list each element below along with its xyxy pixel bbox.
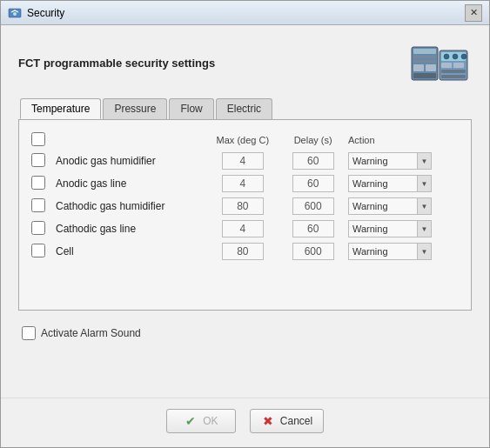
dropdown-arrow-4[interactable]: ▼	[418, 243, 432, 260]
tab-electric[interactable]: Electric	[216, 98, 272, 119]
max-input-1[interactable]	[222, 175, 264, 192]
window-icon	[8, 6, 22, 20]
dropdown-arrow-0[interactable]: ▼	[418, 152, 432, 170]
svg-rect-7	[426, 64, 436, 71]
svg-point-16	[453, 54, 458, 59]
page-title: FCT programmable security settings	[18, 57, 215, 70]
tab-temperature[interactable]: Temperature	[20, 98, 101, 119]
alarm-sound-label: Activate Alarm Sound	[41, 327, 141, 339]
table-row: Cathodic gas humidifier WarningAlarmShut…	[28, 195, 462, 217]
ok-icon: ✔	[184, 414, 198, 428]
alarm-sound-checkbox[interactable]	[22, 326, 36, 340]
delay-input-2[interactable]	[292, 197, 334, 215]
tabs-container: Temperature Pressure Flow Electric Max (…	[18, 98, 472, 311]
delay-input-4[interactable]	[292, 243, 334, 260]
title-bar: Security ✕	[1, 1, 489, 25]
max-input-3[interactable]	[222, 220, 264, 237]
delay-input-0[interactable]	[292, 152, 334, 170]
max-input-2[interactable]	[222, 197, 264, 215]
header-section: FCT programmable security settings	[18, 39, 472, 86]
row-label-3: Cathodic gas line	[52, 223, 136, 235]
settings-table: Max (deg C) Delay (s) Action Anodic gas …	[28, 130, 462, 263]
table-row: Cell WarningAlarmShutdown ▼	[28, 240, 462, 263]
action-wrapper-1: WarningAlarmShutdown ▼	[348, 175, 459, 192]
row-label-4: Cell	[52, 245, 74, 257]
action-select-0[interactable]: WarningAlarmShutdown	[348, 152, 418, 170]
svg-rect-4	[413, 56, 436, 58]
action-wrapper-4: WarningAlarmShutdown ▼	[348, 243, 459, 260]
delay-input-3[interactable]	[292, 220, 334, 237]
cancel-label: Cancel	[280, 415, 312, 427]
col-header-check	[28, 130, 49, 150]
security-window: Security ✕ FCT programmable security set…	[0, 0, 490, 448]
row-label-0: Anodic gas humidifier	[52, 155, 156, 167]
ok-button[interactable]: ✔ OK	[166, 409, 236, 433]
bottom-section: Activate Alarm Sound	[18, 321, 472, 345]
dropdown-arrow-1[interactable]: ▼	[418, 175, 432, 192]
svg-rect-12	[453, 63, 464, 68]
cancel-icon: ✖	[261, 414, 275, 428]
select-all-checkbox[interactable]	[31, 132, 45, 146]
svg-rect-14	[441, 75, 466, 78]
table-row: Anodic gas line WarningAlarmShutdown ▼	[28, 172, 462, 195]
main-content: FCT programmable security settings	[1, 25, 489, 398]
col-header-max: Max (deg C)	[204, 130, 281, 150]
delay-input-1[interactable]	[292, 175, 334, 192]
device-image	[409, 39, 472, 86]
svg-point-1	[13, 12, 17, 16]
col-header-label	[49, 130, 204, 150]
table-row: Cathodic gas line WarningAlarmShutdown ▼	[28, 217, 462, 240]
row-checkbox-2[interactable]	[31, 198, 45, 212]
svg-rect-5	[413, 60, 436, 63]
action-select-4[interactable]: WarningAlarmShutdown	[348, 243, 418, 260]
max-input-4[interactable]	[222, 243, 264, 260]
action-wrapper-3: WarningAlarmShutdown ▼	[348, 220, 459, 237]
row-label-2: Cathodic gas humidifier	[52, 200, 164, 212]
svg-point-15	[444, 54, 449, 59]
tab-flow[interactable]: Flow	[169, 98, 213, 119]
footer: ✔ OK ✖ Cancel	[1, 398, 489, 447]
svg-rect-6	[413, 64, 424, 71]
dropdown-arrow-2[interactable]: ▼	[418, 197, 432, 215]
row-checkbox-0[interactable]	[31, 153, 45, 167]
tab-pressure[interactable]: Pressure	[103, 98, 167, 119]
row-label-1: Anodic gas line	[52, 177, 126, 190]
action-wrapper-0: WarningAlarmShutdown ▼	[348, 152, 459, 170]
col-header-action: Action	[345, 130, 462, 150]
close-button[interactable]: ✕	[465, 4, 482, 22]
row-checkbox-4[interactable]	[31, 244, 45, 257]
svg-rect-3	[413, 49, 436, 54]
svg-rect-11	[441, 63, 452, 68]
ok-label: OK	[203, 415, 218, 427]
action-wrapper-2: WarningAlarmShutdown ▼	[348, 197, 459, 215]
max-input-0[interactable]	[222, 152, 264, 170]
svg-rect-8	[413, 73, 436, 78]
row-checkbox-3[interactable]	[31, 221, 45, 235]
window-title: Security	[27, 7, 465, 19]
dropdown-arrow-3[interactable]: ▼	[418, 220, 432, 237]
svg-point-17	[461, 54, 467, 59]
table-row: Anodic gas humidifier WarningAlarmShutdo…	[28, 150, 462, 172]
col-header-delay: Delay (s)	[281, 130, 345, 150]
cancel-button[interactable]: ✖ Cancel	[250, 409, 324, 433]
tab-row: Temperature Pressure Flow Electric	[18, 98, 472, 119]
svg-rect-13	[441, 70, 466, 73]
action-select-1[interactable]: WarningAlarmShutdown	[348, 175, 418, 192]
action-select-2[interactable]: WarningAlarmShutdown	[348, 197, 418, 215]
tab-panel-temperature: Max (deg C) Delay (s) Action Anodic gas …	[18, 119, 472, 311]
action-select-3[interactable]: WarningAlarmShutdown	[348, 220, 418, 237]
row-checkbox-1[interactable]	[31, 176, 45, 190]
